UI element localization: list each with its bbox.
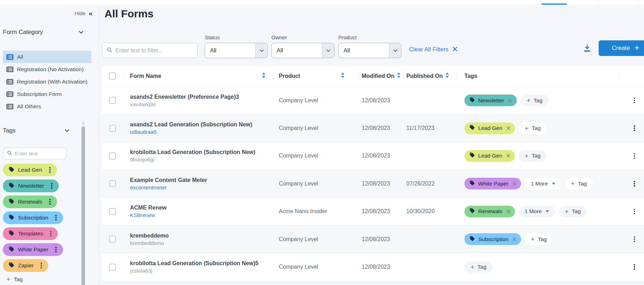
- form-name[interactable]: ACME Renew: [130, 205, 266, 211]
- column-header-form-name[interactable]: Form Name: [130, 73, 161, 79]
- form-name[interactable]: asands2 Enewsletter (Preference Page)3: [130, 94, 266, 100]
- row-checkbox[interactable]: [109, 97, 116, 104]
- kebab-menu-icon[interactable]: [50, 182, 53, 189]
- column-header-modified-on[interactable]: Modified On: [362, 73, 394, 79]
- sort-icon[interactable]: [397, 72, 401, 80]
- row-actions-kebab-icon[interactable]: [633, 97, 636, 104]
- tags-section-header[interactable]: Tags: [3, 127, 70, 134]
- tag-pill[interactable]: Subscription: [464, 233, 521, 245]
- row-actions-kebab-icon[interactable]: [633, 180, 636, 187]
- sidebar-tag-white-paper[interactable]: White Paper: [3, 243, 63, 256]
- sidebar-item-all[interactable]: All: [3, 51, 91, 63]
- add-tag-button[interactable]: +Tag: [565, 178, 593, 189]
- tag-pill[interactable]: Lead Gen: [464, 150, 515, 162]
- tag-pill[interactable]: Newsletter: [464, 95, 517, 106]
- add-tag-button[interactable]: +Tag: [559, 206, 587, 217]
- row-actions-kebab-icon[interactable]: [633, 208, 636, 215]
- tag-label: Subscription: [18, 215, 48, 221]
- sidebar-scrollbar[interactable]: ▲: [81, 120, 85, 285]
- form-name[interactable]: krobilotta Lead Generation (Subscription…: [130, 149, 266, 155]
- form-code-link[interactable]: udlau6raa5: [130, 129, 266, 135]
- sidebar-tag-renewals[interactable]: Renewals: [3, 195, 57, 208]
- scrollbar-thumb[interactable]: [81, 127, 85, 285]
- remove-tag-icon[interactable]: [512, 237, 516, 241]
- modified-on-cell: 12/08/2023: [362, 97, 390, 104]
- row-checkbox[interactable]: [109, 208, 116, 215]
- sidebar-tag-zapier[interactable]: Zapier: [3, 259, 48, 272]
- form-name[interactable]: asands2 Lead Generation (Subscription Ne…: [130, 121, 266, 128]
- kebab-menu-icon[interactable]: [49, 166, 51, 173]
- form-name[interactable]: Example Content Gate Meter: [130, 177, 266, 183]
- sidebar-tag-templates[interactable]: Templates: [3, 227, 58, 240]
- add-tag-button[interactable]: +Tag: [525, 233, 553, 245]
- kebab-menu-icon[interactable]: [50, 230, 52, 237]
- sidebar-tag-lead-gen[interactable]: Lead Gen: [3, 164, 57, 176]
- row-checkbox[interactable]: [109, 153, 116, 159]
- sort-icon[interactable]: [341, 72, 345, 80]
- kebab-menu-icon[interactable]: [55, 214, 57, 221]
- add-tag-button[interactable]: +Tag: [464, 261, 492, 273]
- hide-sidebar-button[interactable]: Hide «: [75, 10, 92, 17]
- form-code-link[interactable]: excontentmeter: [130, 184, 266, 190]
- tag-icon: [469, 125, 475, 132]
- row-checkbox[interactable]: [109, 125, 116, 132]
- tag-search-input[interactable]: [15, 150, 63, 156]
- owner-select[interactable]: All: [271, 43, 334, 58]
- table-row: krembeddemo krembeddemo Company Level 12…: [102, 225, 644, 253]
- table-row: ACME Renew KSBrenew Acme Nano Insider 12…: [102, 198, 644, 225]
- row-checkbox[interactable]: [109, 264, 116, 270]
- remove-tag-icon[interactable]: [506, 126, 510, 130]
- row-actions-kebab-icon[interactable]: [633, 153, 636, 160]
- more-tags-button[interactable]: 1 More: [519, 206, 555, 217]
- sidebar-tag-subscription[interactable]: Subscription: [3, 211, 63, 224]
- search-icon: [7, 150, 12, 157]
- column-header-published-on[interactable]: Published On: [406, 73, 443, 79]
- form-name[interactable]: krembeddemo: [130, 233, 266, 239]
- kebab-menu-icon[interactable]: [55, 246, 57, 253]
- sidebar-item-registration-no-activation[interactable]: Registration (No Activation): [0, 63, 91, 75]
- sidebar-item-subscription-form[interactable]: Subscription Form: [0, 88, 91, 100]
- tag-pill[interactable]: Renewals: [464, 206, 515, 217]
- row-actions-kebab-icon[interactable]: [633, 263, 636, 270]
- add-tag-button[interactable]: + Tag: [6, 276, 23, 283]
- row-actions-kebab-icon[interactable]: [633, 236, 636, 243]
- sidebar-item-registration-with-activation[interactable]: Registration (With Activation): [0, 75, 91, 88]
- modified-on-cell: 12/08/2023: [362, 181, 390, 187]
- modified-on-cell: 12/08/2023: [362, 208, 390, 215]
- scrollbar-up-arrow-icon[interactable]: ▲: [81, 122, 85, 124]
- add-tag-button[interactable]: +Tag: [519, 122, 547, 134]
- remove-tag-icon[interactable]: [506, 209, 510, 213]
- column-header-product[interactable]: Product: [279, 73, 300, 79]
- row-actions-kebab-icon[interactable]: [633, 125, 636, 132]
- status-filter-label: Status: [205, 34, 268, 40]
- tag-pill[interactable]: Lead Gen: [464, 122, 515, 134]
- status-select[interactable]: All: [205, 43, 268, 58]
- row-checkbox[interactable]: [109, 180, 116, 187]
- remove-tag-icon[interactable]: [508, 98, 512, 103]
- remove-tag-icon[interactable]: [512, 182, 516, 186]
- add-tag-button[interactable]: +Tag: [519, 150, 547, 162]
- form-category-header[interactable]: Form Category: [3, 29, 91, 36]
- add-tag-button[interactable]: +Tag: [520, 95, 548, 106]
- sort-icon[interactable]: [262, 72, 266, 80]
- form-name[interactable]: krobilotta Lead Generation (Subscription…: [130, 260, 266, 267]
- download-icon[interactable]: [582, 44, 592, 55]
- more-tags-button[interactable]: 1 More: [525, 178, 561, 189]
- clear-all-filters-button[interactable]: Clear All Filters: [409, 46, 457, 53]
- sort-icon[interactable]: [445, 72, 449, 80]
- form-code-link[interactable]: KSBrenew: [130, 212, 266, 218]
- filter-search-input[interactable]: [115, 47, 193, 54]
- product-cell: Company Level: [279, 97, 318, 104]
- kebab-menu-icon[interactable]: [49, 198, 51, 205]
- product-filter: Product All: [338, 34, 401, 58]
- tag-pill[interactable]: White Paper: [464, 178, 521, 189]
- kebab-menu-icon[interactable]: [40, 262, 43, 269]
- remove-tag-icon[interactable]: [506, 154, 510, 158]
- select-all-checkbox[interactable]: [109, 73, 116, 79]
- create-button[interactable]: Create +: [599, 40, 644, 56]
- sidebar-item-all-others[interactable]: All Others: [0, 100, 91, 113]
- sidebar-tag-newsletter[interactable]: Newsletter: [3, 179, 59, 192]
- product-select[interactable]: All: [338, 43, 401, 58]
- sidebar-item-label: All: [17, 54, 23, 60]
- row-checkbox[interactable]: [109, 236, 116, 243]
